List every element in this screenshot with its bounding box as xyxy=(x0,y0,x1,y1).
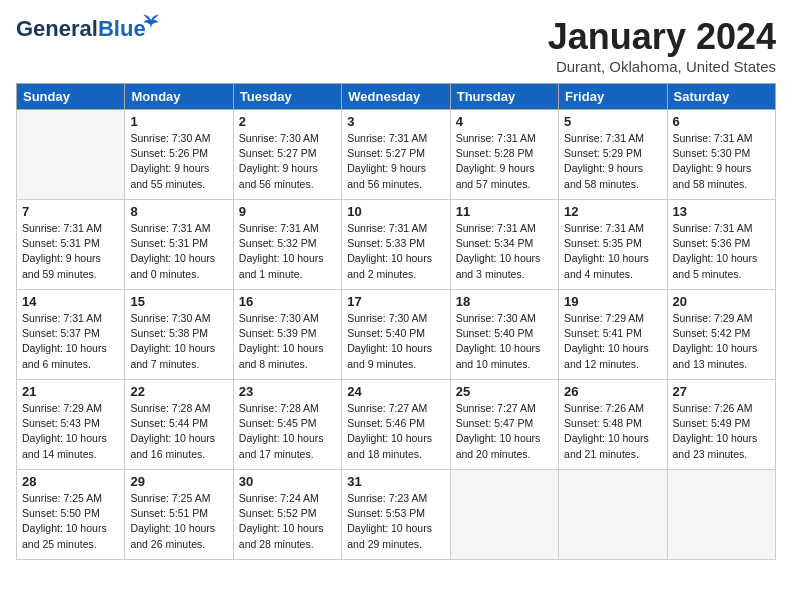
calendar-cell: 2Sunrise: 7:30 AMSunset: 5:27 PMDaylight… xyxy=(233,110,341,200)
day-number: 24 xyxy=(347,384,444,399)
day-number: 9 xyxy=(239,204,336,219)
calendar-cell: 1Sunrise: 7:30 AMSunset: 5:26 PMDaylight… xyxy=(125,110,233,200)
header-tuesday: Tuesday xyxy=(233,84,341,110)
day-info: Sunrise: 7:30 AMSunset: 5:26 PMDaylight:… xyxy=(130,131,227,192)
day-info: Sunrise: 7:28 AMSunset: 5:45 PMDaylight:… xyxy=(239,401,336,462)
header-thursday: Thursday xyxy=(450,84,558,110)
calendar-week-1: 1Sunrise: 7:30 AMSunset: 5:26 PMDaylight… xyxy=(17,110,776,200)
day-info: Sunrise: 7:31 AMSunset: 5:31 PMDaylight:… xyxy=(22,221,119,282)
day-info: Sunrise: 7:24 AMSunset: 5:52 PMDaylight:… xyxy=(239,491,336,552)
calendar-cell: 23Sunrise: 7:28 AMSunset: 5:45 PMDayligh… xyxy=(233,380,341,470)
day-info: Sunrise: 7:31 AMSunset: 5:28 PMDaylight:… xyxy=(456,131,553,192)
day-info: Sunrise: 7:31 AMSunset: 5:34 PMDaylight:… xyxy=(456,221,553,282)
calendar-cell: 5Sunrise: 7:31 AMSunset: 5:29 PMDaylight… xyxy=(559,110,667,200)
day-number: 30 xyxy=(239,474,336,489)
day-info: Sunrise: 7:30 AMSunset: 5:40 PMDaylight:… xyxy=(347,311,444,372)
day-info: Sunrise: 7:30 AMSunset: 5:40 PMDaylight:… xyxy=(456,311,553,372)
page-header: GeneralBlue January 2024 Durant, Oklahom… xyxy=(16,16,776,75)
day-info: Sunrise: 7:27 AMSunset: 5:47 PMDaylight:… xyxy=(456,401,553,462)
day-info: Sunrise: 7:31 AMSunset: 5:31 PMDaylight:… xyxy=(130,221,227,282)
day-number: 7 xyxy=(22,204,119,219)
logo-part2: Blue xyxy=(98,16,146,41)
calendar-cell: 10Sunrise: 7:31 AMSunset: 5:33 PMDayligh… xyxy=(342,200,450,290)
calendar-cell: 22Sunrise: 7:28 AMSunset: 5:44 PMDayligh… xyxy=(125,380,233,470)
calendar-cell xyxy=(667,470,775,560)
calendar-cell: 15Sunrise: 7:30 AMSunset: 5:38 PMDayligh… xyxy=(125,290,233,380)
day-info: Sunrise: 7:29 AMSunset: 5:41 PMDaylight:… xyxy=(564,311,661,372)
day-number: 28 xyxy=(22,474,119,489)
day-number: 6 xyxy=(673,114,770,129)
header-monday: Monday xyxy=(125,84,233,110)
day-info: Sunrise: 7:29 AMSunset: 5:43 PMDaylight:… xyxy=(22,401,119,462)
day-info: Sunrise: 7:31 AMSunset: 5:35 PMDaylight:… xyxy=(564,221,661,282)
day-number: 16 xyxy=(239,294,336,309)
calendar-cell: 7Sunrise: 7:31 AMSunset: 5:31 PMDaylight… xyxy=(17,200,125,290)
day-number: 3 xyxy=(347,114,444,129)
title-area: January 2024 Durant, Oklahoma, United St… xyxy=(548,16,776,75)
calendar-week-2: 7Sunrise: 7:31 AMSunset: 5:31 PMDaylight… xyxy=(17,200,776,290)
calendar-table: SundayMondayTuesdayWednesdayThursdayFrid… xyxy=(16,83,776,560)
day-info: Sunrise: 7:30 AMSunset: 5:39 PMDaylight:… xyxy=(239,311,336,372)
day-number: 18 xyxy=(456,294,553,309)
day-number: 26 xyxy=(564,384,661,399)
location: Durant, Oklahoma, United States xyxy=(548,58,776,75)
calendar-cell: 4Sunrise: 7:31 AMSunset: 5:28 PMDaylight… xyxy=(450,110,558,200)
calendar-cell: 20Sunrise: 7:29 AMSunset: 5:42 PMDayligh… xyxy=(667,290,775,380)
day-number: 21 xyxy=(22,384,119,399)
day-info: Sunrise: 7:29 AMSunset: 5:42 PMDaylight:… xyxy=(673,311,770,372)
day-number: 1 xyxy=(130,114,227,129)
day-number: 12 xyxy=(564,204,661,219)
day-number: 14 xyxy=(22,294,119,309)
calendar-cell: 19Sunrise: 7:29 AMSunset: 5:41 PMDayligh… xyxy=(559,290,667,380)
day-number: 15 xyxy=(130,294,227,309)
header-sunday: Sunday xyxy=(17,84,125,110)
calendar-cell: 18Sunrise: 7:30 AMSunset: 5:40 PMDayligh… xyxy=(450,290,558,380)
day-info: Sunrise: 7:31 AMSunset: 5:27 PMDaylight:… xyxy=(347,131,444,192)
calendar-cell: 26Sunrise: 7:26 AMSunset: 5:48 PMDayligh… xyxy=(559,380,667,470)
calendar-week-3: 14Sunrise: 7:31 AMSunset: 5:37 PMDayligh… xyxy=(17,290,776,380)
day-info: Sunrise: 7:27 AMSunset: 5:46 PMDaylight:… xyxy=(347,401,444,462)
calendar-cell: 6Sunrise: 7:31 AMSunset: 5:30 PMDaylight… xyxy=(667,110,775,200)
day-info: Sunrise: 7:31 AMSunset: 5:37 PMDaylight:… xyxy=(22,311,119,372)
day-number: 13 xyxy=(673,204,770,219)
calendar-cell: 11Sunrise: 7:31 AMSunset: 5:34 PMDayligh… xyxy=(450,200,558,290)
day-info: Sunrise: 7:31 AMSunset: 5:29 PMDaylight:… xyxy=(564,131,661,192)
calendar-cell: 13Sunrise: 7:31 AMSunset: 5:36 PMDayligh… xyxy=(667,200,775,290)
day-number: 17 xyxy=(347,294,444,309)
day-number: 4 xyxy=(456,114,553,129)
calendar-body: 1Sunrise: 7:30 AMSunset: 5:26 PMDaylight… xyxy=(17,110,776,560)
month-title: January 2024 xyxy=(548,16,776,58)
calendar-cell: 16Sunrise: 7:30 AMSunset: 5:39 PMDayligh… xyxy=(233,290,341,380)
calendar-week-4: 21Sunrise: 7:29 AMSunset: 5:43 PMDayligh… xyxy=(17,380,776,470)
calendar-cell: 17Sunrise: 7:30 AMSunset: 5:40 PMDayligh… xyxy=(342,290,450,380)
header-wednesday: Wednesday xyxy=(342,84,450,110)
day-info: Sunrise: 7:31 AMSunset: 5:33 PMDaylight:… xyxy=(347,221,444,282)
day-info: Sunrise: 7:25 AMSunset: 5:50 PMDaylight:… xyxy=(22,491,119,552)
day-number: 23 xyxy=(239,384,336,399)
calendar-week-5: 28Sunrise: 7:25 AMSunset: 5:50 PMDayligh… xyxy=(17,470,776,560)
day-info: Sunrise: 7:26 AMSunset: 5:48 PMDaylight:… xyxy=(564,401,661,462)
calendar-cell xyxy=(559,470,667,560)
calendar-cell xyxy=(17,110,125,200)
calendar-cell: 14Sunrise: 7:31 AMSunset: 5:37 PMDayligh… xyxy=(17,290,125,380)
day-number: 2 xyxy=(239,114,336,129)
day-number: 25 xyxy=(456,384,553,399)
day-number: 27 xyxy=(673,384,770,399)
day-number: 11 xyxy=(456,204,553,219)
calendar-cell: 21Sunrise: 7:29 AMSunset: 5:43 PMDayligh… xyxy=(17,380,125,470)
calendar-cell: 9Sunrise: 7:31 AMSunset: 5:32 PMDaylight… xyxy=(233,200,341,290)
day-number: 29 xyxy=(130,474,227,489)
day-info: Sunrise: 7:23 AMSunset: 5:53 PMDaylight:… xyxy=(347,491,444,552)
day-info: Sunrise: 7:26 AMSunset: 5:49 PMDaylight:… xyxy=(673,401,770,462)
calendar-cell: 28Sunrise: 7:25 AMSunset: 5:50 PMDayligh… xyxy=(17,470,125,560)
day-number: 31 xyxy=(347,474,444,489)
day-number: 10 xyxy=(347,204,444,219)
day-info: Sunrise: 7:30 AMSunset: 5:27 PMDaylight:… xyxy=(239,131,336,192)
day-info: Sunrise: 7:25 AMSunset: 5:51 PMDaylight:… xyxy=(130,491,227,552)
calendar-cell: 31Sunrise: 7:23 AMSunset: 5:53 PMDayligh… xyxy=(342,470,450,560)
calendar-header-row: SundayMondayTuesdayWednesdayThursdayFrid… xyxy=(17,84,776,110)
day-number: 8 xyxy=(130,204,227,219)
calendar-cell xyxy=(450,470,558,560)
calendar-cell: 27Sunrise: 7:26 AMSunset: 5:49 PMDayligh… xyxy=(667,380,775,470)
day-info: Sunrise: 7:31 AMSunset: 5:36 PMDaylight:… xyxy=(673,221,770,282)
